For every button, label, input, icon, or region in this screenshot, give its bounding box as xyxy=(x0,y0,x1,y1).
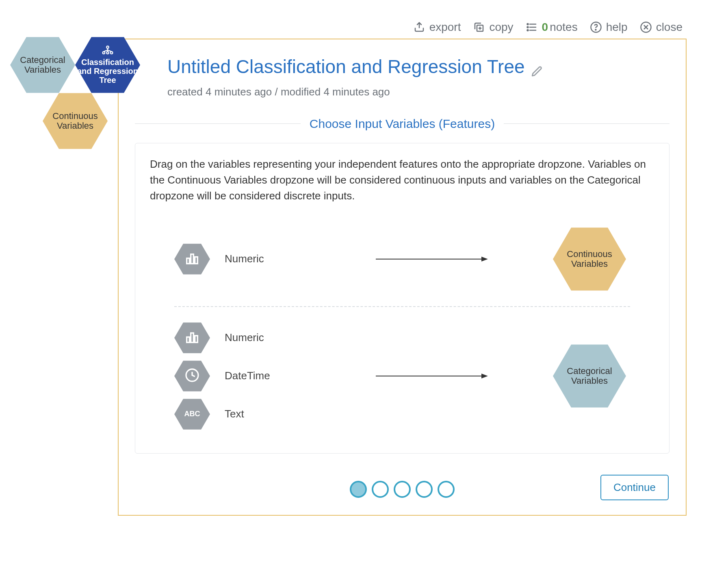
help-icon xyxy=(589,20,603,34)
svg-point-8 xyxy=(595,29,596,30)
bar-chart-icon xyxy=(184,250,200,268)
export-icon xyxy=(412,20,426,34)
continuous-mapping-row: Numeric Continuous Variables xyxy=(150,220,654,298)
continuous-dropzone-hex[interactable]: Continuous Variables xyxy=(553,227,626,291)
svg-rect-13 xyxy=(195,257,198,264)
svg-point-31 xyxy=(106,52,109,54)
notes-button[interactable]: 0 notes xyxy=(525,20,578,34)
notes-count: 0 xyxy=(542,21,548,34)
input-variables-card: Drag on the variables representing your … xyxy=(135,143,670,454)
type-numeric[interactable]: Numeric xyxy=(174,244,316,275)
svg-marker-15 xyxy=(481,257,488,262)
step-dot-1[interactable] xyxy=(350,481,367,498)
continue-button[interactable]: Continue xyxy=(600,475,669,500)
step-dot-4[interactable] xyxy=(416,481,433,498)
svg-rect-12 xyxy=(191,254,194,264)
main-panel: Untitled Classification and Regression T… xyxy=(118,39,687,516)
svg-rect-20 xyxy=(195,336,198,343)
svg-point-1 xyxy=(527,24,528,25)
node-label: Continuous Variables xyxy=(43,111,108,131)
arrow-icon xyxy=(316,254,549,264)
categorical-variables-node[interactable]: Categorical Variables xyxy=(10,37,75,93)
copy-button[interactable]: copy xyxy=(472,20,513,34)
arrow-icon xyxy=(316,371,549,381)
close-icon xyxy=(639,20,653,34)
step-dot-3[interactable] xyxy=(394,481,411,498)
svg-point-32 xyxy=(110,52,113,54)
instructions-text: Drag on the variables representing your … xyxy=(150,156,654,204)
page-title: Untitled Classification and Regression T… xyxy=(167,56,525,77)
step-dot-5[interactable] xyxy=(438,481,455,498)
node-hex-cluster: Categorical Variables Classification and… xyxy=(10,24,148,171)
help-button[interactable]: help xyxy=(589,20,628,34)
close-label: close xyxy=(656,21,682,34)
abc-icon: ABC xyxy=(184,410,200,418)
svg-rect-11 xyxy=(187,258,190,264)
continuous-dropzone-label: Continuous Variables xyxy=(553,249,626,269)
top-action-bar: export copy 0 notes help close xyxy=(412,20,682,34)
help-label: help xyxy=(606,21,628,34)
copy-icon xyxy=(472,20,486,34)
type-label: Text xyxy=(225,408,244,420)
text-type-hex: ABC xyxy=(174,399,210,430)
mapping-zone: Numeric Continuous Variables xyxy=(150,220,654,437)
notes-label: notes xyxy=(550,21,578,34)
divider xyxy=(135,123,301,124)
categorical-dropzone-label: Categorical Variables xyxy=(553,366,626,386)
node-label: Categorical Variables xyxy=(10,55,75,75)
close-button[interactable]: close xyxy=(639,20,682,34)
copy-label: copy xyxy=(489,21,513,34)
type-label: Numeric xyxy=(225,331,264,344)
categorical-mapping-row: Numeric DateTime xyxy=(150,315,654,437)
step-dot-2[interactable] xyxy=(372,481,389,498)
meta-line: created 4 minutes ago / modified 4 minut… xyxy=(167,86,665,98)
dashed-divider xyxy=(174,306,630,307)
svg-point-3 xyxy=(527,30,528,31)
type-numeric-categorical[interactable]: Numeric xyxy=(174,322,316,353)
svg-marker-25 xyxy=(481,374,488,378)
edit-title-button[interactable] xyxy=(531,64,544,79)
tree-icon xyxy=(75,45,140,56)
datetime-type-hex xyxy=(174,361,210,391)
numeric-type-hex xyxy=(174,322,210,353)
export-button[interactable]: export xyxy=(412,20,461,34)
node-label: Classification and Regression Tree xyxy=(75,58,140,84)
svg-point-30 xyxy=(103,52,105,54)
clock-icon xyxy=(184,367,200,385)
continuous-variables-node[interactable]: Continuous Variables xyxy=(43,93,108,149)
type-text[interactable]: ABC Text xyxy=(174,399,316,430)
bar-chart-icon xyxy=(184,329,200,347)
svg-rect-19 xyxy=(191,333,194,342)
type-label: DateTime xyxy=(225,370,270,382)
section-header: Choose Input Variables (Features) xyxy=(135,117,670,131)
type-datetime[interactable]: DateTime xyxy=(174,361,316,391)
type-label: Numeric xyxy=(225,253,264,265)
svg-point-29 xyxy=(106,46,109,48)
numeric-type-hex xyxy=(174,244,210,275)
categorical-dropzone-hex[interactable]: Categorical Variables xyxy=(553,344,626,408)
classification-tree-node[interactable]: Classification and Regression Tree xyxy=(75,37,140,93)
svg-point-2 xyxy=(527,27,528,28)
svg-rect-18 xyxy=(187,337,190,342)
section-title: Choose Input Variables (Features) xyxy=(301,117,504,131)
divider xyxy=(504,123,670,124)
export-label: export xyxy=(429,21,461,34)
notes-icon xyxy=(525,20,539,34)
